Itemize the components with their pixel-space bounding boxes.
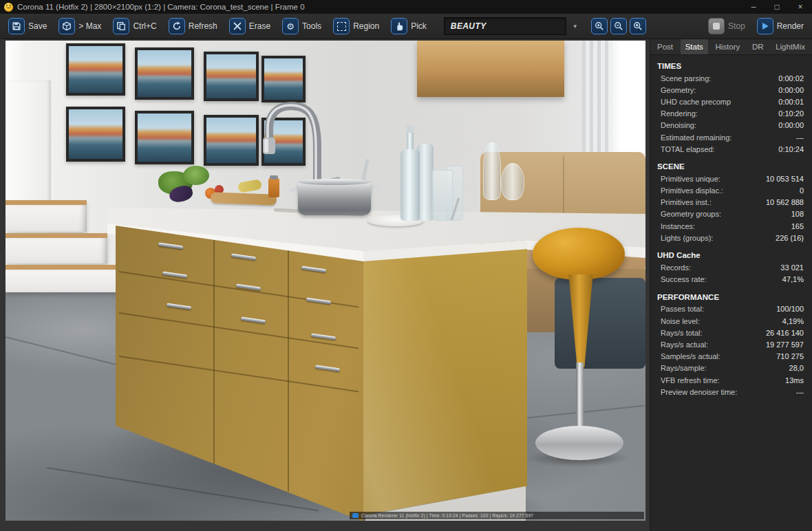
save-button[interactable]: Save (4, 16, 51, 36)
stockpot-rim (298, 179, 371, 185)
stat-label: Noise level: (661, 317, 700, 325)
stat-value: 108 (791, 210, 804, 218)
corona-logo-icon (4, 3, 13, 12)
stat-row: Primitives unique:10 053 514 (657, 173, 804, 184)
stat-value: 4,19% (782, 317, 804, 325)
stat-value: 0 (800, 186, 804, 195)
stat-row: Noise level:4,19% (657, 315, 804, 327)
stat-row: Geometry:0:00:00 (657, 84, 804, 96)
stop-label: Stop (728, 21, 745, 31)
stat-value: 26 416 140 (766, 329, 804, 337)
gear-icon: ⚙ (282, 18, 299, 34)
pick-hand-icon (391, 18, 407, 34)
render-button[interactable]: Render (753, 16, 808, 36)
stat-label: Primitives displac.: (661, 186, 723, 195)
stat-value: 165 (791, 222, 804, 230)
close-button[interactable]: × (789, 0, 812, 14)
region-label: Region (353, 21, 379, 31)
render-viewport[interactable]: Corona Renderer 11 (Hotfix 2) | Time: 0:… (6, 41, 645, 521)
channel-dropdown-arrow[interactable]: ▼ (570, 17, 581, 35)
toolbar: Save > Max Ctrl+C Refresh Erase ⚙ Tools (0, 14, 812, 39)
stop-icon (708, 18, 725, 34)
sofa-cushion-seam (563, 156, 564, 222)
render-play-icon (757, 18, 773, 34)
stats-sections: TIMESScene parsing:0:00:02Geometry:0:00:… (650, 55, 812, 398)
title-bar: Corona 11 (Hotfix 2) | 2800×2100px (1:2)… (0, 0, 812, 14)
stat-label: Success rate: (661, 275, 707, 283)
stat-row: Records:33 021 (657, 261, 804, 273)
stat-row: Rays/s total:26 416 140 (657, 327, 804, 338)
tools-label: Tools (302, 21, 321, 31)
stat-value: --- (796, 388, 804, 396)
zoom-out-button[interactable] (610, 18, 627, 34)
stat-row: Denoising:0:00:00 (657, 120, 804, 131)
channel-select[interactable]: BEAUTY (444, 17, 566, 35)
copy-icon (113, 18, 129, 34)
stat-value: 0:00:00 (778, 86, 804, 94)
tab-bar: PostStatsHistoryDRLightMix (650, 39, 812, 55)
stat-value: 33 021 (780, 263, 804, 272)
pick-label: Pick (411, 21, 427, 31)
tab-history[interactable]: History (710, 39, 745, 54)
tab-dr[interactable]: DR (747, 39, 769, 54)
refresh-button[interactable]: Refresh (164, 16, 222, 36)
stat-row: Rays/sample:28,0 (657, 362, 804, 374)
cabinet-seam (288, 250, 289, 492)
dark-throw-blanket (555, 278, 645, 369)
staircase-step (6, 200, 87, 232)
stat-label: Rays/sample: (661, 364, 707, 372)
channel-value: BEAUTY (451, 21, 487, 31)
water-bottle-cap (406, 126, 414, 133)
copy-button[interactable]: Ctrl+C (109, 16, 160, 36)
zoom-reset-button[interactable] (630, 18, 646, 34)
wall-picture (66, 43, 125, 96)
stat-value: 0:00:01 (778, 98, 804, 106)
erase-button[interactable]: Erase (225, 16, 275, 36)
render-label: Render (777, 21, 804, 31)
stat-row: Preview denoiser time:--- (657, 386, 804, 398)
stat-row: Geometry groups:108 (657, 208, 804, 220)
save-label: Save (28, 21, 47, 31)
maximize-button[interactable]: □ (765, 0, 789, 14)
wall-picture (135, 111, 194, 164)
stat-label: Passes total: (661, 305, 704, 313)
tab-stats[interactable]: Stats (681, 39, 708, 54)
zoom-group (591, 18, 646, 34)
stat-label: Denoising: (661, 121, 696, 129)
refresh-icon (169, 18, 185, 34)
stat-label: Estimated remaining: (661, 133, 731, 142)
stat-value: 28,0 (789, 364, 804, 372)
corona-stamp-logo (352, 513, 359, 518)
minimize-button[interactable]: – (742, 0, 765, 14)
viewport-frame: Corona Renderer 11 (Hotfix 2) | Time: 0:… (0, 39, 650, 531)
stat-value: 0:10:20 (778, 109, 804, 118)
stat-label: Rays/s actual: (661, 340, 708, 349)
stat-value: 100/100 (776, 305, 804, 313)
zoom-in-button[interactable] (591, 18, 608, 34)
pick-button[interactable]: Pick (387, 16, 431, 36)
tab-lightmix[interactable]: LightMix (771, 39, 810, 54)
region-icon (333, 18, 350, 34)
wood-beam (417, 41, 564, 97)
stat-label: Samples/s actual: (661, 352, 720, 360)
stockpot (298, 181, 371, 215)
stat-row: Primitives inst.:10 562 888 (657, 197, 804, 208)
bar-stool-seat (533, 228, 625, 280)
stop-button[interactable]: Stop (704, 16, 749, 36)
refresh-label: Refresh (189, 21, 217, 31)
window-controls: – □ × (742, 0, 812, 14)
region-button[interactable]: Region (329, 16, 383, 36)
stats-section-title: SCENE (657, 162, 804, 171)
stats-section-title: TIMES (657, 62, 804, 70)
wall-picture (135, 47, 194, 100)
send-to-max-button[interactable]: > Max (54, 16, 105, 36)
stat-label: Primitives inst.: (661, 198, 712, 206)
stats-section-title: UHD Cache (657, 251, 804, 259)
stamp-text: Corona Renderer 11 (Hotfix 2) | Time: 0:… (361, 513, 533, 518)
send-to-max-label: > Max (78, 21, 101, 31)
stat-label: Records: (661, 263, 691, 272)
tools-button[interactable]: ⚙ Tools (278, 16, 325, 36)
stat-row: Rendering:0:10:20 (657, 108, 804, 120)
stat-row: Passes total:100/100 (657, 303, 804, 315)
tab-post[interactable]: Post (652, 39, 678, 54)
